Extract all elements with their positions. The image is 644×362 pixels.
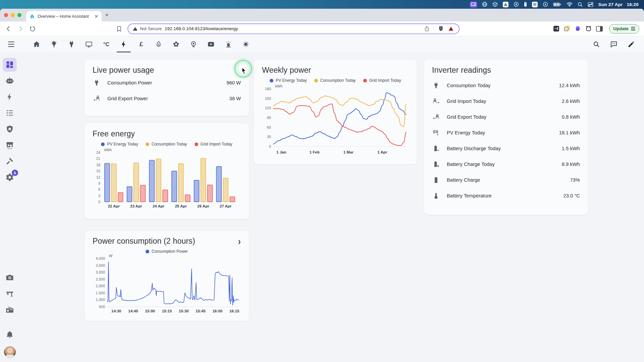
search-icon[interactable] — [592, 40, 600, 48]
stat-row[interactable]: Consumption Today12.4 kWh — [432, 77, 580, 93]
legend-item[interactable]: PV Energy Today — [270, 78, 307, 83]
tab-cameras[interactable] — [185, 36, 202, 52]
sidebar-toggle-icon[interactable] — [596, 26, 603, 32]
share-icon[interactable] — [424, 25, 430, 32]
menubar-clock[interactable]: Sun 27 Apr 16:20 — [598, 2, 639, 7]
tab-home[interactable] — [28, 36, 45, 52]
zoom-window-button[interactable] — [17, 13, 21, 17]
ha-header: °C £ — [0, 36, 644, 52]
extension-icon-3[interactable] — [575, 25, 581, 32]
stat-row[interactable]: Battery Charge Today8.9 kWh — [432, 156, 580, 172]
extension-icon-4[interactable] — [585, 25, 592, 32]
tab-costs[interactable]: £ — [132, 36, 150, 52]
sidebar-item-hacs[interactable]: HACS — [3, 138, 17, 152]
svg-text:14:45: 14:45 — [128, 309, 138, 313]
svg-text:18: 18 — [96, 163, 100, 167]
browser-tabstrip: Overview – Home Assistant ✕ + — [0, 9, 644, 21]
play-circle-icon[interactable] — [543, 1, 548, 7]
stat-row-grid-export-power[interactable]: Grid Export Power 38 W — [93, 90, 241, 106]
close-window-button[interactable] — [4, 13, 8, 17]
minimize-window-button[interactable] — [11, 13, 15, 17]
chevron-right-icon[interactable]: › — [238, 236, 241, 246]
sidebar-item-todo-list[interactable] — [3, 106, 17, 120]
svg-text:2,500: 2,500 — [96, 277, 105, 281]
tab-youtube[interactable] — [202, 36, 220, 52]
forward-button[interactable] — [17, 25, 24, 33]
svg-text:1 Apr: 1 Apr — [377, 150, 387, 154]
stat-row[interactable]: Battery Temperature23.0 °C — [432, 188, 580, 203]
tab-garden[interactable] — [167, 36, 185, 52]
battery-charging-icon[interactable] — [553, 1, 561, 7]
brave-shield-icon[interactable] — [438, 25, 444, 32]
tab-plugs[interactable] — [63, 36, 80, 52]
sidebar-item-assist-robot[interactable] — [3, 74, 17, 88]
legend-label: Grid Import Today — [369, 78, 401, 83]
sidebar-item-dashboard[interactable] — [3, 58, 17, 72]
stat-row[interactable]: Battery Discharge Today1.5 kWh — [432, 140, 580, 156]
stat-row[interactable]: Grid Export Today0.8 kWh — [432, 109, 580, 125]
tab-alarm[interactable] — [220, 36, 237, 52]
user-avatar[interactable] — [4, 346, 16, 358]
svg-text:500: 500 — [99, 305, 105, 309]
browser-update-button[interactable]: Update — [609, 24, 639, 34]
legend-label: Consumption Today — [320, 78, 356, 83]
spotlight-search-icon[interactable] — [578, 1, 583, 7]
screen-mirroring-icon[interactable] — [470, 2, 477, 7]
reload-button[interactable] — [29, 25, 36, 33]
sidebar-item-tools-clamp[interactable] — [3, 287, 17, 301]
desktop: Sun 27 Apr 16:20 Overview – Home Assista… — [0, 0, 644, 362]
back-button[interactable] — [5, 25, 12, 33]
tab-health[interactable] — [237, 36, 255, 52]
bookmark-icon[interactable] — [115, 25, 123, 33]
browser-tab[interactable]: Overview – Home Assistant ✕ — [26, 11, 102, 21]
stat-row-consumption-power[interactable]: Consumption Power 960 W — [93, 75, 241, 90]
edit-dashboard-icon[interactable] — [627, 40, 635, 48]
sidebar-item-developer-tools[interactable] — [3, 154, 17, 168]
tab-humidity[interactable] — [150, 36, 167, 52]
tab-climate[interactable]: °C — [98, 36, 115, 52]
tab-lights[interactable] — [45, 36, 63, 52]
notifications-bell-icon[interactable] — [3, 327, 17, 342]
legend-item[interactable]: Consumption Power — [146, 249, 188, 254]
legend-item[interactable]: Grid Import Today — [363, 78, 401, 83]
legend-item[interactable]: PV Energy Today — [101, 142, 138, 146]
legend-item[interactable]: Consumption Today — [314, 78, 356, 83]
legend-label: Consumption Power — [152, 249, 188, 254]
stat-row[interactable]: PV Energy Today18.1 kWh — [432, 125, 580, 140]
legend-item[interactable]: Grid Import Today — [195, 142, 232, 146]
settings-badge: 6 — [12, 170, 18, 176]
vm-box-icon[interactable] — [492, 1, 498, 7]
wifi-icon[interactable] — [567, 1, 573, 7]
network-globe-icon[interactable] — [482, 1, 487, 7]
stat-label: Grid Import Today — [447, 99, 486, 104]
tab-media[interactable] — [80, 36, 98, 52]
security-status[interactable]: Not Secure — [133, 26, 162, 31]
sidebar-item-security[interactable] — [3, 122, 17, 136]
extension-icon-1[interactable] — [553, 25, 559, 32]
assist-chat-icon[interactable] — [610, 40, 618, 48]
sidebar-item-radio[interactable] — [3, 303, 17, 317]
tab-close-icon[interactable]: ✕ — [94, 14, 98, 19]
stat-label: Grid Export Today — [447, 114, 486, 120]
adblock-triangle-icon[interactable] — [448, 25, 454, 32]
svg-text:27 Apr: 27 Apr — [220, 204, 232, 208]
sidebar-item-energy[interactable] — [3, 90, 17, 104]
address-bar[interactable]: Not Secure 192.168.0.104:8123/lovelace/e… — [127, 23, 460, 34]
mouse-device-icon[interactable] — [524, 1, 527, 7]
ha-sidebar-rail: HACS 6 — [0, 52, 19, 362]
tab-energy[interactable] — [115, 36, 132, 52]
app-a-icon[interactable] — [503, 2, 508, 7]
sidebar-item-camera[interactable] — [3, 270, 17, 285]
stat-row[interactable]: Grid Import Today2.6 kWh — [432, 93, 580, 109]
sidebar-menu-icon[interactable] — [8, 42, 14, 47]
power-plug-icon — [93, 79, 101, 86]
stat-row[interactable]: Battery Charge73% — [432, 172, 580, 188]
control-center-icon[interactable] — [588, 1, 593, 7]
record-circle-icon[interactable] — [514, 1, 519, 7]
stat-value: 960 W — [226, 80, 241, 85]
sidebar-item-settings[interactable]: 6 — [3, 170, 17, 184]
new-tab-button[interactable]: + — [105, 11, 109, 19]
legend-item[interactable]: Consumption Today — [146, 142, 187, 146]
waves-app-icon[interactable] — [532, 2, 538, 7]
extension-icon-2[interactable] — [564, 25, 570, 32]
